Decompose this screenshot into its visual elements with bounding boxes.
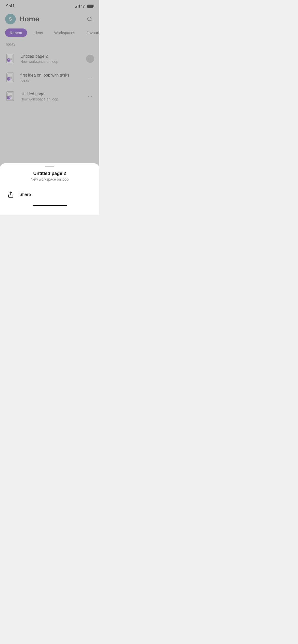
sheet-handle <box>45 166 54 167</box>
sheet-subtitle: New workspace on loop <box>0 177 99 181</box>
home-indicator <box>33 205 67 206</box>
share-action[interactable]: Share <box>0 186 99 203</box>
sheet-title: Untitled page 2 <box>0 171 99 176</box>
share-icon-wrap <box>6 190 15 199</box>
bottom-sheet: Untitled page 2 New workspace on loop Sh… <box>0 163 99 215</box>
share-icon <box>7 191 14 198</box>
share-label: Share <box>19 192 31 197</box>
